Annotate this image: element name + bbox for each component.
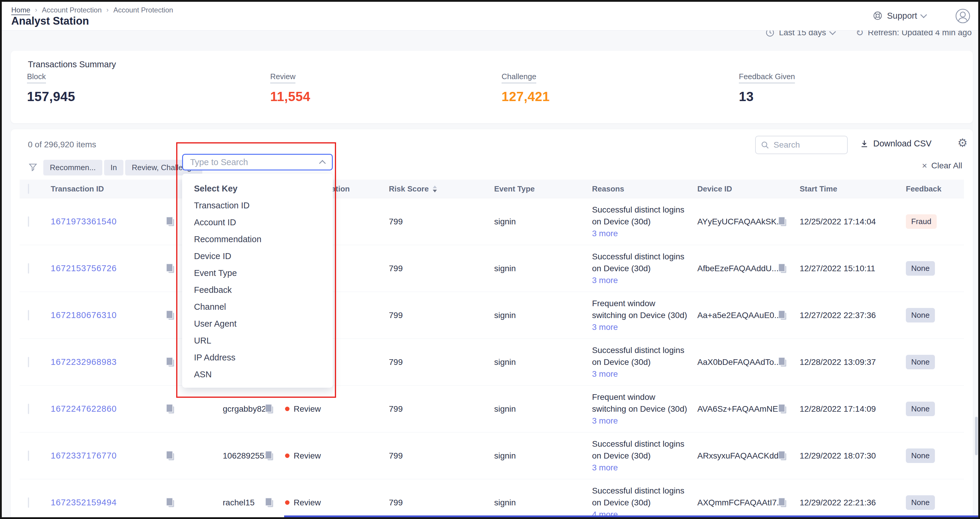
copy-icon[interactable]	[166, 216, 175, 227]
transaction-id-link[interactable]: 1672247622860	[51, 404, 166, 414]
row-checkbox[interactable]	[28, 404, 29, 414]
topbar: Home › Account Protection › Account Prot…	[2, 2, 978, 30]
analyst-station-page: Home › Account Protection › Account Prot…	[0, 0, 980, 519]
feedback-cell: None	[906, 402, 964, 416]
device-id: Aa+a5e2EAQAAuE0...	[697, 311, 778, 320]
device-id: AfbeEzeFAQAAddU...	[697, 264, 778, 273]
stat-challenge-label[interactable]: Challenge	[501, 72, 536, 83]
copy-icon[interactable]	[265, 451, 274, 461]
sort-icon[interactable]	[433, 186, 437, 192]
reason-line: on Device (30d)	[592, 216, 697, 228]
row-checkbox[interactable]	[28, 310, 29, 321]
reasons-more-link[interactable]: 3 more	[592, 462, 697, 474]
support-label: Support	[887, 11, 917, 21]
stat-feedback-given: Feedback Given 13	[739, 72, 795, 104]
row-checkbox[interactable]	[28, 497, 29, 508]
device-id-cell: AVA6Sz+FAQAAmNE...	[697, 404, 800, 414]
row-checkbox[interactable]	[28, 451, 29, 461]
support-menu[interactable]: Support	[873, 11, 926, 21]
transactions-summary-card: Transactions Summary Block 157,945 Revie…	[11, 51, 973, 123]
copy-icon[interactable]	[166, 404, 175, 414]
row-checkbox[interactable]	[28, 216, 29, 227]
download-csv-label: Download CSV	[873, 139, 932, 149]
close-icon: ×	[922, 161, 927, 171]
copy-icon[interactable]	[778, 497, 788, 508]
breadcrumb-item[interactable]: Account Protection	[42, 6, 102, 14]
filter-chip-operator[interactable]: In	[104, 160, 124, 175]
transaction-id-link[interactable]: 1672352159494	[51, 498, 166, 508]
risk-score-cell: 799	[386, 357, 494, 367]
feedback-cell: None	[906, 261, 964, 276]
copy-icon[interactable]	[166, 357, 175, 368]
download-csv-button[interactable]: Download CSV	[859, 139, 932, 149]
device-id: AYyEyUCFAQAAkSK...	[697, 217, 778, 227]
row-checkbox-cell	[19, 451, 49, 460]
copy-icon[interactable]	[778, 404, 788, 414]
start-time-cell: 12/28/2022 13:09:37	[800, 357, 906, 367]
feedback-badge: None	[906, 355, 935, 369]
reasons-more-link[interactable]: 3 more	[592, 415, 697, 427]
transaction-id-link[interactable]: 1672337176770	[51, 451, 166, 460]
transaction-id-link[interactable]: 1672180676310	[51, 310, 166, 320]
reason-line: Successful distinct logins	[592, 204, 697, 216]
clear-all-button[interactable]: × Clear All	[922, 161, 962, 171]
table-row: 1672153756726799signinSuccessful distinc…	[19, 245, 964, 292]
transaction-id-cell: 1672352159494	[49, 497, 223, 508]
reasons-more-link[interactable]: 4 more	[592, 509, 697, 519]
copy-icon[interactable]	[778, 216, 788, 227]
transaction-id-cell: 1672337176770	[49, 451, 223, 461]
copy-icon[interactable]	[265, 404, 274, 414]
lifebuoy-icon	[873, 11, 883, 21]
feedback-badge: None	[906, 448, 935, 463]
breadcrumb-home-link[interactable]: Home	[11, 6, 30, 14]
row-checkbox[interactable]	[28, 263, 29, 274]
breadcrumb: Home › Account Protection › Account Prot…	[11, 6, 173, 14]
transaction-id-link[interactable]: 1672153756726	[51, 263, 166, 273]
vertical-scrollbar[interactable]	[975, 417, 978, 455]
reasons-more-link[interactable]: 3 more	[592, 275, 697, 286]
copy-icon[interactable]	[778, 310, 788, 321]
copy-icon[interactable]	[166, 310, 175, 321]
table-settings-gear-icon[interactable]: ⚙	[958, 136, 967, 149]
horizontal-scrollbar[interactable]	[284, 516, 980, 518]
breadcrumb-separator: ›	[107, 6, 108, 14]
table-search-input[interactable]: Search	[755, 136, 848, 154]
reasons-cell: Successful distinct loginson Device (30d…	[592, 438, 697, 474]
reasons-more-link[interactable]: 3 more	[592, 368, 697, 380]
copy-icon[interactable]	[166, 263, 175, 274]
stat-review-label[interactable]: Review	[270, 72, 296, 83]
transaction-id-link[interactable]: 1672232968983	[51, 357, 166, 367]
device-id: AXQmmFCFAQAAtI7...	[697, 498, 778, 508]
copy-icon[interactable]	[166, 497, 175, 508]
copy-icon[interactable]	[778, 357, 788, 368]
copy-icon[interactable]	[778, 451, 788, 461]
stat-feedback-given-label[interactable]: Feedback Given	[739, 72, 795, 83]
user-avatar[interactable]	[955, 8, 970, 24]
copy-icon[interactable]	[265, 497, 274, 508]
sort-desc-icon	[433, 190, 437, 192]
column-header-label: Risk Score	[389, 184, 429, 194]
review-status-dot-icon	[285, 500, 290, 505]
copy-icon[interactable]	[778, 263, 788, 274]
reasons-cell: Frequent windowswitching on Device (30d)…	[592, 298, 697, 333]
stat-challenge: Challenge 127,421	[501, 72, 550, 104]
stat-feedback-given-value: 13	[739, 89, 795, 104]
device-id-cell: AXQmmFCFAQAAtI7...	[697, 497, 800, 508]
copy-icon[interactable]	[166, 451, 175, 461]
filter-funnel-icon[interactable]	[28, 162, 38, 173]
reasons-more-link[interactable]: 3 more	[592, 228, 697, 240]
select-all-checkbox[interactable]	[28, 184, 29, 194]
stat-block-label[interactable]: Block	[27, 72, 46, 83]
search-icon	[760, 141, 769, 149]
start-time-cell: 12/27/2022 22:37:36	[800, 311, 906, 320]
reasons-more-link[interactable]: 3 more	[592, 321, 697, 333]
row-checkbox[interactable]	[28, 357, 29, 367]
reason-line: Frequent window	[592, 298, 697, 309]
reason-line: Frequent window	[592, 391, 697, 403]
reason-line: Successful distinct logins	[592, 344, 697, 356]
table-row: 1672180676310799signinFrequent windowswi…	[19, 292, 964, 338]
filter-chip-key[interactable]: Recommen...	[43, 160, 102, 175]
transaction-id-link[interactable]: 1671973361540	[51, 217, 166, 227]
stat-block-value: 157,945	[27, 89, 75, 104]
account-id-cell: rachel15	[223, 497, 285, 508]
